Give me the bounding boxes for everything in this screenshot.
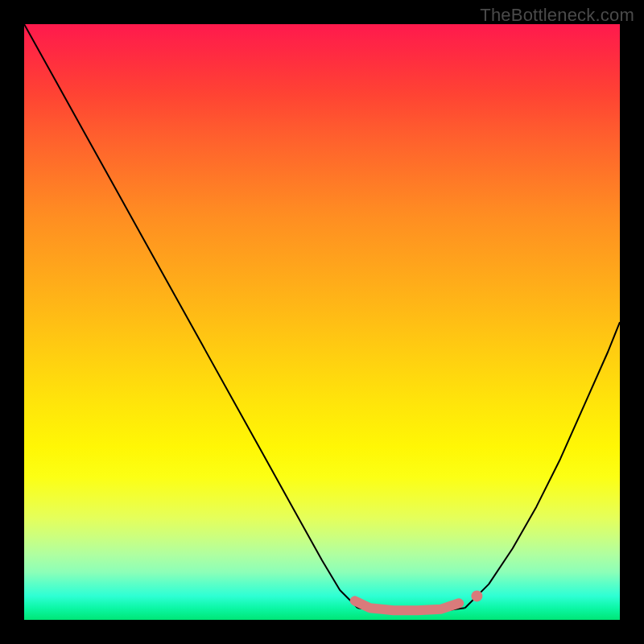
series-curve-right [465,322,620,608]
chart-svg [24,24,620,620]
plot-area [24,24,620,620]
series-bottom-marker-dot [471,590,482,601]
series-bottom-marker-trail [355,601,460,610]
series-curve-left [24,24,357,608]
chart-frame: TheBottleneck.com [0,0,644,644]
watermark-text: TheBottleneck.com [480,5,634,26]
